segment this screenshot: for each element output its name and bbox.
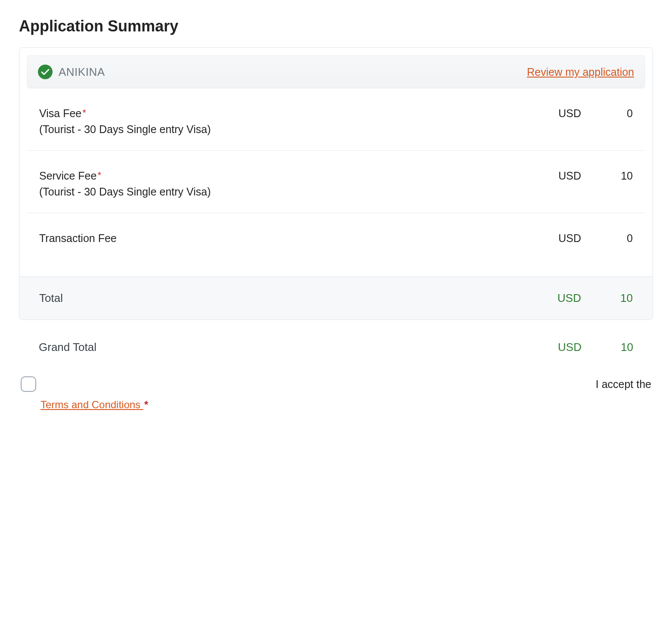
applicant-header: ANIKINA Review my application bbox=[27, 56, 645, 88]
required-star-icon: * bbox=[97, 170, 101, 180]
fee-row: Visa Fee* (Tourist - 30 Days Single entr… bbox=[27, 88, 645, 151]
fee-amount: 0 bbox=[581, 232, 633, 245]
grand-total-amount: 10 bbox=[582, 341, 633, 354]
applicant-left: ANIKINA bbox=[38, 65, 105, 79]
accept-text: I accept the bbox=[596, 378, 651, 391]
check-circle-icon bbox=[38, 65, 53, 79]
fee-list: Visa Fee* (Tourist - 30 Days Single entr… bbox=[19, 88, 653, 276]
fee-currency: USD bbox=[521, 170, 581, 182]
fee-currency: USD bbox=[521, 232, 581, 245]
required-star-icon: * bbox=[144, 399, 148, 410]
total-label: Total bbox=[39, 292, 521, 305]
applicant-name: ANIKINA bbox=[59, 65, 105, 79]
fee-label: Visa Fee* (Tourist - 30 Days Single entr… bbox=[39, 107, 521, 136]
required-star-icon: * bbox=[82, 107, 86, 118]
fee-subtitle: (Tourist - 30 Days Single entry Visa) bbox=[39, 123, 521, 136]
accept-terms-checkbox[interactable] bbox=[21, 376, 36, 392]
fee-row: Transaction Fee USD 0 bbox=[27, 213, 645, 259]
fee-name: Visa Fee bbox=[39, 107, 81, 119]
fee-label: Service Fee* (Tourist - 30 Days Single e… bbox=[39, 170, 521, 198]
grand-total-row: Grand Total USD 10 bbox=[19, 320, 653, 366]
svg-point-0 bbox=[38, 65, 53, 79]
review-application-link[interactable]: Review my application bbox=[527, 66, 634, 78]
fee-label: Transaction Fee bbox=[39, 232, 521, 245]
total-currency: USD bbox=[521, 292, 581, 305]
fee-subtitle: (Tourist - 30 Days Single entry Visa) bbox=[39, 186, 521, 198]
grand-total-label: Grand Total bbox=[39, 341, 521, 354]
fee-name: Service Fee bbox=[39, 170, 96, 182]
total-row: Total USD 10 bbox=[19, 276, 653, 320]
terms-section: I accept the Terms and Conditions * bbox=[19, 376, 653, 411]
page-title: Application Summary bbox=[19, 17, 653, 35]
summary-card: ANIKINA Review my application Visa Fee* … bbox=[19, 47, 653, 320]
fee-currency: USD bbox=[521, 107, 581, 120]
total-amount: 10 bbox=[581, 292, 633, 305]
terms-and-conditions-link[interactable]: Terms and Conditions bbox=[40, 399, 143, 410]
fee-name: Transaction Fee bbox=[39, 232, 117, 244]
fee-amount: 10 bbox=[581, 170, 633, 182]
fee-amount: 0 bbox=[581, 107, 633, 120]
grand-total-currency: USD bbox=[521, 341, 582, 354]
fee-row: Service Fee* (Tourist - 30 Days Single e… bbox=[27, 151, 645, 213]
